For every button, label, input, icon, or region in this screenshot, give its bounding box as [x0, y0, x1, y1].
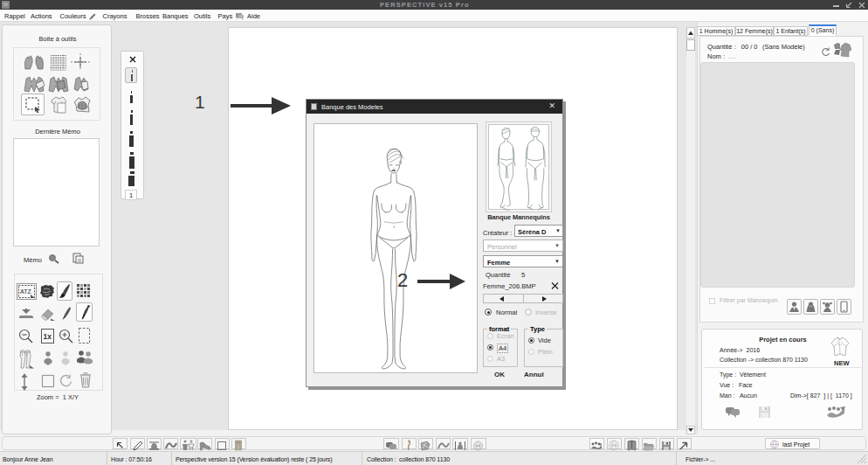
- svg-text:1x: 1x: [44, 332, 52, 341]
- svg-text:ATZ: ATZ: [20, 288, 31, 295]
